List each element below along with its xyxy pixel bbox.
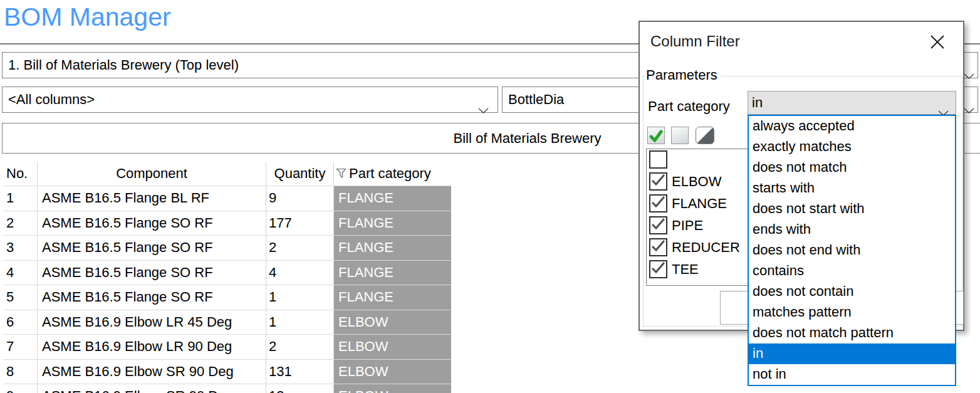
table-row[interactable]: 7 ASME B16.9 Elbow LR 90 Deg 2 ELBOW: [3, 335, 452, 360]
value-item[interactable]: PIPE: [647, 215, 752, 237]
cell-component: ASME B16.9 Elbow LR 45 Deg: [38, 310, 266, 335]
cell-quantity: 4: [266, 261, 334, 285]
table-caption-text: Bill of Materials Brewery: [454, 130, 602, 146]
operator-option[interactable]: ends with: [749, 219, 955, 240]
cell-component: ASME B16.5 Flange SO RF: [38, 285, 266, 310]
cell-quantity: 13: [266, 384, 334, 393]
filter-text-value: BottleDia: [508, 92, 564, 107]
table-row[interactable]: 3 ASME B16.5 Flange SO RF 2 FLANGE: [3, 236, 452, 261]
table-row[interactable]: 1 ASME B16.5 Flange BL RF 9 FLANGE: [3, 186, 452, 211]
cell-component: ASME B16.9 Elbow SR 90 Deg: [38, 384, 266, 393]
cell-no: 8: [3, 360, 38, 384]
operator-option-selected[interactable]: in: [749, 343, 955, 364]
value-label: ELBOW: [672, 172, 721, 191]
checkbox-checked[interactable]: [649, 194, 667, 212]
select-all-button[interactable]: [647, 127, 665, 144]
table-row[interactable]: 8 ASME B16.9 Elbow SR 90 Deg 131 ELBOW: [3, 360, 452, 385]
cell-component: ASME B16.5 Flange SO RF: [38, 211, 266, 236]
cell-quantity: 1: [266, 285, 334, 310]
cell-part-category: ELBOW: [334, 335, 451, 359]
chevron-down-icon: [964, 63, 974, 88]
cell-part-category: ELBOW: [334, 384, 451, 393]
operator-option[interactable]: does not end with: [749, 240, 955, 261]
chevron-down-icon: [964, 97, 974, 122]
operator-option[interactable]: matches pattern: [749, 302, 955, 323]
operator-dropdown-list: always accepted exactly matches does not…: [748, 115, 956, 386]
operator-option[interactable]: does not match pattern: [749, 323, 955, 343]
operator-value: in: [752, 95, 763, 110]
deselect-all-button[interactable]: [671, 127, 689, 144]
value-item[interactable]: [647, 149, 752, 171]
table-row[interactable]: 2 ASME B16.5 Flange SO RF 177 FLANGE: [3, 211, 452, 236]
cell-no: 2: [3, 211, 38, 236]
parameters-group-label: Parameters: [645, 67, 721, 83]
checkbox-checked[interactable]: [649, 260, 667, 278]
checkbox-checked[interactable]: [649, 172, 667, 191]
checkbox-checked[interactable]: [649, 216, 667, 234]
invert-selection-button[interactable]: [696, 127, 714, 144]
cell-component: ASME B16.5 Flange SO RF: [38, 261, 266, 285]
value-label: PIPE: [672, 216, 703, 235]
value-item[interactable]: FLANGE: [647, 193, 752, 215]
checkbox-checked[interactable]: [649, 238, 667, 256]
cell-component: ASME B16.9 Elbow SR 90 Deg: [38, 360, 266, 384]
cell-quantity: 2: [266, 335, 334, 359]
chevron-down-icon: [478, 97, 489, 122]
value-item[interactable]: ELBOW: [647, 171, 752, 193]
column-selector-select[interactable]: <All columns>: [2, 86, 498, 113]
column-header-component: Component: [38, 162, 266, 186]
page-title: BOM Manager: [4, 3, 171, 32]
value-label: REDUCER: [672, 238, 740, 257]
cell-no: 6: [3, 310, 38, 335]
operator-option[interactable]: contains: [749, 261, 955, 281]
value-label: FLANGE: [672, 194, 727, 213]
cell-component: ASME B16.5 Flange SO RF: [38, 236, 266, 260]
column-header-quantity: Quantity: [266, 162, 334, 186]
cell-part-category: FLANGE: [334, 236, 451, 260]
column-header-no: No.: [3, 162, 38, 186]
table-row[interactable]: 6 ASME B16.9 Elbow LR 45 Deg 1 ELBOW: [3, 310, 452, 335]
table-row[interactable]: 4 ASME B16.5 Flange SO RF 4 FLANGE: [3, 261, 452, 286]
operator-option[interactable]: always accepted: [749, 116, 955, 137]
operator-option[interactable]: does not match: [749, 157, 955, 178]
table-row[interactable]: 5 ASME B16.5 Flange SO RF 1 FLANGE: [3, 285, 452, 310]
cell-part-category: ELBOW: [334, 310, 451, 335]
operator-option[interactable]: does not contain: [749, 281, 955, 302]
cell-no: 3: [3, 236, 38, 260]
cell-component: ASME B16.5 Flange BL RF: [38, 186, 266, 211]
column-selector-value: <All columns>: [8, 92, 95, 107]
value-item[interactable]: TEE: [647, 259, 752, 281]
operator-option[interactable]: not in: [749, 364, 955, 385]
cell-quantity: 177: [266, 211, 334, 236]
value-listbox: ELBOW FLANGE PIPE REDUCER TEE: [646, 149, 753, 286]
bom-table: No. Component Quantity Part category 1 A…: [3, 162, 452, 393]
cell-part-category: ELBOW: [334, 360, 451, 384]
cell-quantity: 2: [266, 236, 334, 260]
table-row[interactable]: 9 ASME B16.9 Elbow SR 90 Deg 13 ELBOW: [3, 384, 452, 393]
cell-component: ASME B16.9 Elbow LR 90 Deg: [38, 335, 266, 359]
column-filter-dialog: Column Filter Parameters Part category i…: [639, 21, 964, 331]
table-header-row: No. Component Quantity Part category: [3, 162, 452, 186]
cell-no: 4: [3, 261, 38, 285]
checkbox-unchecked[interactable]: [649, 150, 667, 169]
dialog-title: Column Filter: [650, 33, 740, 50]
value-label: TEE: [672, 260, 699, 279]
cell-no: 5: [3, 285, 38, 310]
operator-select[interactable]: in: [748, 91, 956, 115]
cell-part-category: FLANGE: [334, 211, 451, 236]
cell-no: 1: [3, 186, 38, 211]
cell-part-category: FLANGE: [334, 261, 451, 285]
cell-part-category: FLANGE: [334, 186, 451, 211]
filter-funnel-icon[interactable]: [336, 162, 347, 186]
cell-part-category: FLANGE: [334, 285, 451, 310]
operator-option[interactable]: starts with: [749, 178, 955, 199]
close-icon[interactable]: [930, 34, 946, 51]
bom-manager-screen: { "app": { "title": "BOM Manager" }, "to…: [0, 0, 980, 393]
column-header-part-category: Part category: [334, 162, 451, 186]
cell-no: 7: [3, 335, 38, 359]
bom-level-value: 1. Bill of Materials Brewery (Top level): [8, 57, 239, 73]
cell-quantity: 9: [266, 186, 334, 211]
value-item[interactable]: REDUCER: [647, 237, 752, 259]
operator-option[interactable]: does not start with: [749, 199, 955, 219]
operator-option[interactable]: exactly matches: [749, 137, 955, 157]
